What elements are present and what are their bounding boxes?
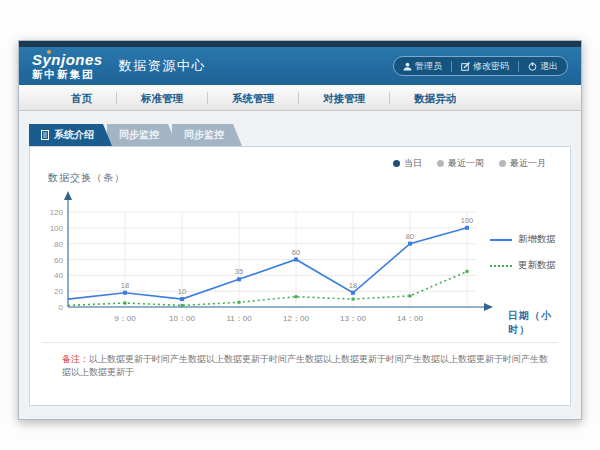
x-tick-label: 9：00 <box>114 314 136 323</box>
point-label: 18 <box>121 281 129 290</box>
radio-label: 当日 <box>404 157 422 170</box>
logo-dot-accent <box>47 50 51 54</box>
x-tick-label: 13：00 <box>340 314 366 323</box>
radio-dot-icon <box>499 160 506 167</box>
filter-option-2[interactable]: 最近一月 <box>499 157 546 170</box>
series-marker-0 <box>465 226 469 230</box>
x-tick-label: 10：00 <box>169 314 195 323</box>
legend-item-0[interactable]: 新增数据 <box>490 233 556 246</box>
chart-legend: 新增数据更新数据 <box>490 233 556 272</box>
radio-label: 最近一月 <box>510 157 546 170</box>
filter-option-1[interactable]: 最近一周 <box>437 157 484 170</box>
y-tick-label: 60 <box>54 256 63 265</box>
filter-group: 当日最近一周最近一月 <box>393 157 546 170</box>
edit-icon <box>461 62 470 71</box>
series-marker-1 <box>124 302 127 305</box>
logo-subtext: 新中新集团 <box>32 69 103 80</box>
nav-item-1[interactable]: 标准管理 <box>117 85 207 111</box>
legend-label: 更新数据 <box>518 259 556 272</box>
document-icon <box>41 130 49 140</box>
series-marker-0 <box>294 258 298 262</box>
tab-0[interactable]: 系统介绍 <box>29 124 112 146</box>
series-marker-0 <box>408 242 412 246</box>
tab-label: 同步监控 <box>119 124 159 146</box>
user-label: 管理员 <box>415 60 442 73</box>
nav-item-3[interactable]: 对接管理 <box>299 85 389 111</box>
series-marker-1 <box>238 301 241 304</box>
app-window: Synjones 新中新集团 数据资源中心 管理员 修改密码 退出 <box>18 40 582 420</box>
logout-icon <box>528 62 537 71</box>
note-divider <box>42 342 558 343</box>
legend-line-sample <box>490 239 512 241</box>
series-marker-1 <box>409 294 412 297</box>
point-label: 60 <box>292 248 300 257</box>
note-text: 以上数据更新于时间产生数据以上数据更新于时间产生数据以上数据更新于时间产生数据以… <box>62 354 548 377</box>
series-marker-0 <box>180 297 184 301</box>
logout-label: 退出 <box>540 60 558 73</box>
series-marker-0 <box>123 291 127 295</box>
y-tick-label: 120 <box>50 208 64 217</box>
nav-item-2[interactable]: 系统管理 <box>208 85 298 111</box>
content-area: 系统介绍同步监控同步监控 当日最近一周最近一月 数据交换（条） 02040608… <box>19 111 581 419</box>
x-tick-label: 14：00 <box>397 314 423 323</box>
point-label: 18 <box>349 281 357 290</box>
page-title: 数据资源中心 <box>119 57 206 75</box>
radio-dot-icon <box>437 160 444 167</box>
company-logo: Synjones 新中新集团 <box>32 52 103 80</box>
app-header: Synjones 新中新集团 数据资源中心 管理员 修改密码 退出 <box>19 47 581 85</box>
series-marker-1 <box>352 298 355 301</box>
point-label: 80 <box>406 232 414 241</box>
legend-label: 新增数据 <box>518 233 556 246</box>
main-nav: 首页标准管理系统管理对接管理数据异动 <box>19 85 581 111</box>
footer-note: 备注：以上数据更新于时间产生数据以上数据更新于时间产生数据以上数据更新于时间产生… <box>62 353 552 378</box>
point-label: 35 <box>235 267 243 276</box>
change-password-label: 修改密码 <box>473 60 509 73</box>
logo-text: Synjones <box>32 52 103 67</box>
legend-item-1[interactable]: 更新数据 <box>490 259 556 272</box>
x-axis-title: 日期（小时） <box>508 309 570 337</box>
y-tick-label: 100 <box>50 224 64 233</box>
tab-label: 系统介绍 <box>54 124 94 146</box>
radio-dot-icon <box>393 160 400 167</box>
filter-option-0[interactable]: 当日 <box>393 157 422 170</box>
series-marker-1 <box>466 270 469 273</box>
legend-line-sample <box>490 265 512 267</box>
tab-bar: 系统介绍同步监控同步监控 <box>29 124 237 146</box>
x-tick-label: 11：00 <box>226 314 252 323</box>
radio-label: 最近一周 <box>448 157 484 170</box>
note-prefix: 备注： <box>62 354 89 364</box>
nav-item-4[interactable]: 数据异动 <box>390 85 480 111</box>
line-chart: 0204060801001209：0010：0011：0012：0013：001… <box>38 187 508 329</box>
y-tick-label: 80 <box>54 240 63 249</box>
y-tick-label: 40 <box>54 271 63 280</box>
chart-panel: 当日最近一周最近一月 数据交换（条） 0204060801001209：0010… <box>29 146 571 406</box>
point-label: 10 <box>178 287 186 296</box>
x-tick-label: 12：00 <box>283 314 309 323</box>
series-marker-0 <box>351 291 355 295</box>
logout-button[interactable]: 退出 <box>519 57 567 75</box>
y-axis-title: 数据交换（条） <box>48 171 125 185</box>
change-password-button[interactable]: 修改密码 <box>452 57 518 75</box>
x-axis-arrow-icon <box>484 303 493 311</box>
point-label: 100 <box>461 216 474 225</box>
user-toolbar: 管理员 修改密码 退出 <box>393 56 568 76</box>
series-marker-1 <box>181 304 184 307</box>
page-background: Synjones 新中新集团 数据资源中心 管理员 修改密码 退出 <box>0 0 600 450</box>
person-icon <box>403 62 412 71</box>
user-account-button[interactable]: 管理员 <box>394 57 451 75</box>
tab-1[interactable]: 同步监控 <box>107 124 177 146</box>
tab-label: 同步监控 <box>184 124 224 146</box>
tab-2[interactable]: 同步监控 <box>172 124 242 146</box>
y-tick-label: 0 <box>59 303 64 312</box>
nav-item-0[interactable]: 首页 <box>47 85 116 111</box>
y-axis-arrow-icon <box>64 191 72 200</box>
y-tick-label: 20 <box>54 287 63 296</box>
series-marker-1 <box>295 295 298 298</box>
series-marker-0 <box>237 277 241 281</box>
